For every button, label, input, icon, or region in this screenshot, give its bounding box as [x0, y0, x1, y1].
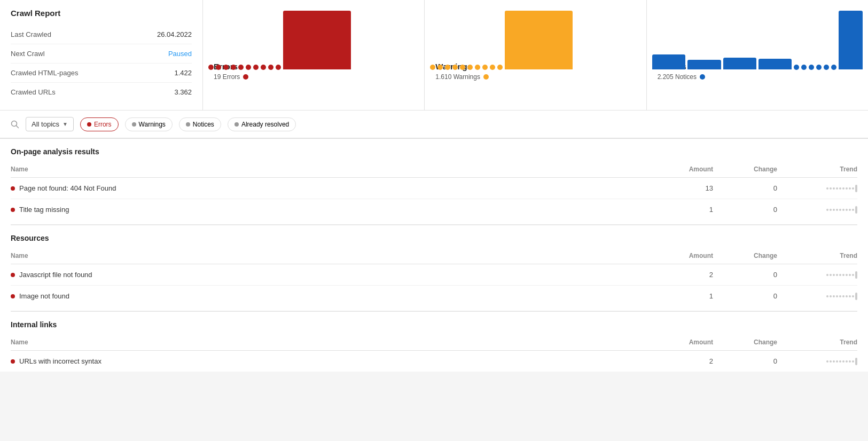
row-trend-cell [777, 178, 857, 199]
spark-dot [268, 65, 273, 70]
row-name-cell: Page not found: 404 Not Found [11, 178, 649, 199]
on-page-col-amount: Amount [649, 161, 713, 178]
spark-dot [246, 65, 251, 70]
trend-dot [849, 274, 851, 276]
row-name-text: Page not found: 404 Not Found [19, 184, 116, 192]
trend-bar-end [855, 185, 857, 192]
row-amount-cell: 2 [649, 264, 713, 286]
row-name-cell: Javascript file not found [11, 264, 649, 286]
internal-links-col-change: Change [713, 334, 777, 351]
spark-bar-tall [505, 11, 573, 69]
spark-dot [238, 65, 244, 70]
on-page-col-name: Name [11, 161, 649, 178]
spark-dot [809, 65, 814, 70]
spark-dot [831, 65, 836, 70]
notices-sparkline [647, 0, 868, 69]
resources-col-trend: Trend [777, 248, 857, 264]
errors-chart-panel: Errors 19 Errors [203, 0, 425, 110]
spark-bar [723, 58, 756, 69]
spark-dot [445, 65, 450, 70]
trend-dot [852, 187, 854, 190]
spark-dot [437, 65, 443, 70]
trend-dot [842, 209, 844, 211]
table-row: URLs with incorrect syntax 2 0 [11, 351, 857, 372]
errors-filter-label: Errors [94, 121, 112, 128]
row-name-text: Title tag missing [19, 206, 69, 214]
on-page-col-trend: Trend [777, 161, 857, 178]
notices-subtitle-text: 2.205 Notices [658, 73, 697, 81]
trend-dot [846, 209, 848, 211]
crawl-report-title: Crawl Report [11, 9, 192, 18]
html-pages-label: Crawled HTML-pages [11, 69, 78, 77]
crawled-urls-label: Crawled URLs [11, 88, 56, 96]
trend-bar-end [855, 206, 857, 214]
errors-chart-subtitle: 19 Errors [214, 73, 413, 81]
row-name-text: URLs with incorrect syntax [19, 357, 101, 365]
row-error-dot [11, 294, 15, 298]
table-row: Javascript file not found 2 0 [11, 264, 857, 286]
top-section: Crawl Report Last Crawled 26.04.2022 Nex… [0, 0, 868, 111]
internal-links-section-title: Internal links [11, 320, 857, 334]
topic-dropdown[interactable]: All topics ▼ [26, 117, 74, 131]
trend-dot [842, 360, 844, 363]
trend-dot [839, 209, 841, 211]
trend-dot [830, 295, 832, 297]
trend-dot [826, 274, 828, 276]
warnings-sparkline [425, 0, 646, 69]
trend-dot [852, 209, 854, 211]
chart-panels: Errors 19 Errors [203, 0, 868, 110]
last-crawled-value: 26.04.2022 [157, 30, 192, 38]
spark-dot [216, 65, 221, 70]
row-name-text: Image not found [19, 292, 69, 300]
spark-dot [253, 65, 259, 70]
notices-chart-panel: Notices 2.205 Notices [647, 0, 868, 110]
on-page-section: On-page analysis results Name Amount Cha… [11, 139, 857, 220]
internal-links-section: Internal links Name Amount Change Trend [11, 312, 857, 372]
resources-section: Resources Name Amount Change Trend [11, 225, 857, 306]
resolved-filter-label: Already resolved [241, 121, 289, 128]
row-amount-cell: 13 [649, 178, 713, 199]
table-row: Page not found: 404 Not Found 13 0 [11, 178, 857, 199]
trend-dot [833, 187, 835, 190]
crawl-row-last-crawled: Last Crawled 26.04.2022 [11, 25, 192, 44]
trend-dot [836, 295, 838, 297]
spark-dot [816, 65, 822, 70]
spark-dot [276, 65, 281, 70]
spark-dot [497, 65, 503, 70]
row-name-cell: Image not found [11, 286, 649, 307]
trend-dot [833, 360, 835, 363]
trend-dot [839, 274, 841, 276]
html-pages-value: 1.422 [174, 69, 192, 77]
warnings-filter-label: Warnings [139, 121, 166, 128]
warnings-subtitle-text: 1.610 Warnings [435, 73, 480, 81]
spark-bar-tall [839, 11, 863, 69]
trend-dot [842, 274, 844, 276]
svg-line-1 [17, 125, 19, 128]
resources-col-name: Name [11, 248, 649, 264]
trend-dot [839, 360, 841, 363]
errors-subtitle-text: 19 Errors [214, 73, 240, 81]
resources-section-title: Resources [11, 234, 857, 248]
trend-dot [836, 360, 838, 363]
spark-dot [467, 65, 473, 70]
row-name-cell: URLs with incorrect syntax [11, 351, 649, 372]
internal-links-col-name: Name [11, 334, 649, 351]
filter-bar: All topics ▼ Errors Warnings Notices Alr… [0, 111, 868, 139]
internal-links-table: Name Amount Change Trend URLs with incor… [11, 334, 857, 372]
filter-errors-button[interactable]: Errors [80, 117, 119, 131]
crawl-row-html-pages: Crawled HTML-pages 1.422 [11, 64, 192, 83]
spark-dot [208, 65, 214, 70]
last-crawled-label: Last Crawled [11, 30, 51, 38]
filter-already-resolved-button[interactable]: Already resolved [228, 117, 296, 131]
notices-filter-label: Notices [193, 121, 214, 128]
errors-sparkline [203, 0, 424, 69]
trend-dot [833, 209, 835, 211]
notices-chart-subtitle: 2.205 Notices [658, 73, 857, 81]
filter-notices-button[interactable]: Notices [179, 117, 221, 131]
trend-dot [830, 274, 832, 276]
spark-dot [452, 65, 458, 70]
resources-col-change: Change [713, 248, 777, 264]
spark-dot [475, 65, 480, 70]
filter-warnings-button[interactable]: Warnings [125, 117, 173, 131]
trend-dot [846, 295, 848, 297]
